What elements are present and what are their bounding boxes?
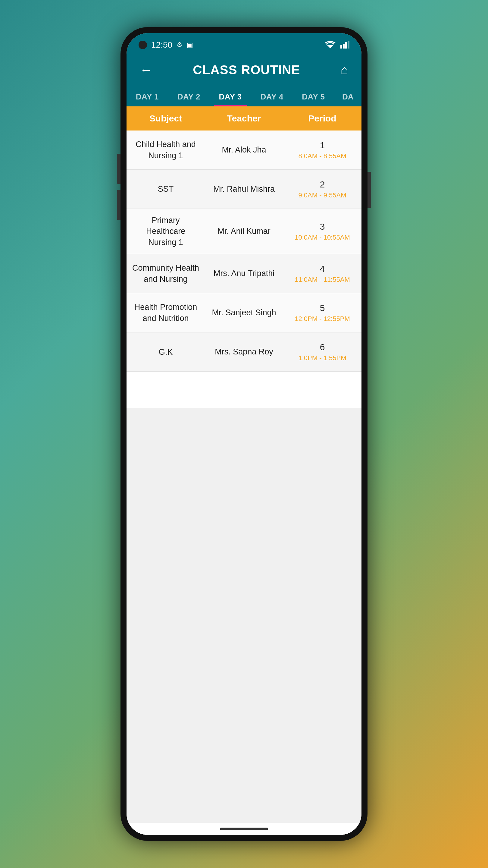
camera-icon xyxy=(138,41,147,49)
col-header-subject: Subject xyxy=(127,108,205,128)
col-header-period: Period xyxy=(283,108,361,128)
home-indicator xyxy=(127,823,361,835)
svg-rect-4 xyxy=(348,41,350,49)
table-row: Community Health and Nursing Mrs. Anu Tr… xyxy=(127,254,361,293)
status-bar: 12:50 ⚙ ▣ xyxy=(127,33,361,54)
cell-subject: Primary Healthcare Nursing 1 xyxy=(127,209,205,254)
cell-period: 5 12:0PM - 12:55PM xyxy=(283,293,361,332)
cell-teacher: Mr. Sanjeet Singh xyxy=(205,293,283,332)
cell-subject: SST xyxy=(127,170,205,209)
cell-teacher: Mr. Anil Kumar xyxy=(205,209,283,254)
cell-period: 3 10:0AM - 10:55AM xyxy=(283,209,361,254)
cell-teacher: Mrs. Anu Tripathi xyxy=(205,254,283,293)
cell-period: 2 9:0AM - 9:55AM xyxy=(283,170,361,209)
svg-rect-2 xyxy=(343,44,345,49)
app-bar: ← CLASS ROUTINE ⌂ xyxy=(127,54,361,86)
cell-subject: Community Health and Nursing xyxy=(127,254,205,293)
cell-period: 6 1:0PM - 1:55PM xyxy=(283,333,361,371)
table-row: Health Promotion and Nutrition Mr. Sanje… xyxy=(127,293,361,333)
home-button[interactable]: ⌂ xyxy=(338,60,351,80)
settings-icon: ⚙ xyxy=(176,41,183,49)
cell-teacher: Mr. Rahul Mishra xyxy=(205,170,283,209)
tab-day3[interactable]: DAY 3 xyxy=(210,86,251,106)
tab-day2[interactable]: DAY 2 xyxy=(168,86,210,106)
wifi-icon xyxy=(325,41,335,49)
tab-day1[interactable]: DAY 1 xyxy=(127,86,168,106)
home-bar xyxy=(220,828,268,830)
back-button[interactable]: ← xyxy=(137,60,155,80)
table-header: Subject Teacher Period xyxy=(127,106,361,130)
cell-subject: G.K xyxy=(127,333,205,371)
day-tabs: DAY 1 DAY 2 DAY 3 DAY 4 DAY 5 DA xyxy=(127,86,361,106)
table-row: Child Health and Nursing 1 Mr. Alok Jha … xyxy=(127,130,361,170)
tab-day4[interactable]: DAY 4 xyxy=(251,86,293,106)
svg-rect-3 xyxy=(345,42,347,49)
table-row: Primary Healthcare Nursing 1 Mr. Anil Ku… xyxy=(127,209,361,254)
col-header-teacher: Teacher xyxy=(205,108,283,128)
page-title: CLASS ROUTINE xyxy=(193,63,300,77)
schedule-table: Child Health and Nursing 1 Mr. Alok Jha … xyxy=(127,130,361,823)
table-row: G.K Mrs. Sapna Roy 6 1:0PM - 1:55PM xyxy=(127,333,361,372)
tab-day6-overflow[interactable]: DA xyxy=(334,86,361,106)
signal-icon xyxy=(340,41,350,49)
svg-rect-1 xyxy=(340,45,342,49)
cell-subject: Child Health and Nursing 1 xyxy=(127,130,205,169)
cell-teacher: Mrs. Sapna Roy xyxy=(205,333,283,371)
cell-subject: Health Promotion and Nutrition xyxy=(127,293,205,332)
status-time: 12:50 xyxy=(151,40,172,50)
tab-day5[interactable]: DAY 5 xyxy=(293,86,334,106)
cell-period: 4 11:0AM - 11:55AM xyxy=(283,254,361,293)
status-right-icons xyxy=(325,41,350,49)
cell-period: 1 8:0AM - 8:55AM xyxy=(283,130,361,169)
table-row: SST Mr. Rahul Mishra 2 9:0AM - 9:55AM xyxy=(127,170,361,209)
cell-teacher: Mr. Alok Jha xyxy=(205,130,283,169)
svg-marker-0 xyxy=(327,45,333,48)
bottom-spacer xyxy=(127,372,361,408)
sim-icon: ▣ xyxy=(187,41,193,49)
